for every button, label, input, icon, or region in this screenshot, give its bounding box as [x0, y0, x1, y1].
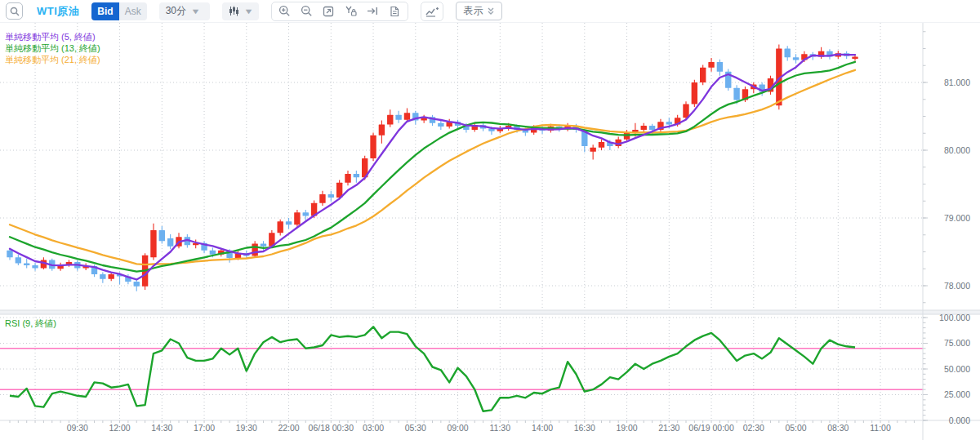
time-axis[interactable]	[0, 420, 980, 440]
chevron-down-icon: ▼	[243, 7, 253, 16]
fit-screen-button[interactable]	[318, 2, 340, 20]
chevron-down-icon: ▼	[190, 7, 200, 16]
document-button[interactable]	[384, 2, 406, 20]
search-button[interactable]	[6, 2, 23, 20]
chart-area: RSI (9, 終値)81.00080.00079.00078.000100.0…	[0, 23, 980, 440]
zoom-out-button[interactable]	[296, 2, 318, 20]
search-icon	[10, 7, 20, 16]
zoom-in-icon	[278, 5, 291, 17]
y-axis-lock-icon	[345, 6, 357, 17]
display-settings-label: 表示	[464, 4, 483, 18]
double-chevron-icon	[488, 7, 494, 16]
symbol-name: WTI原油	[37, 4, 79, 19]
timeframe-select[interactable]: 30分 ▼	[159, 2, 210, 20]
trading-chart-window: { "toolbar": { "symbol": "WTI原油", "bid_l…	[0, 0, 980, 440]
go-to-end-icon	[367, 6, 378, 16]
rsi-plot[interactable]	[0, 314, 923, 420]
y-axis-lock-button[interactable]	[340, 2, 362, 20]
add-indicator-icon	[425, 6, 439, 17]
chart-canvas: RSI (9, 終値)81.00080.00079.00078.000100.0…	[0, 23, 980, 440]
zoom-out-icon	[301, 5, 313, 17]
timeframe-value: 30分	[166, 4, 186, 18]
fit-screen-icon	[323, 6, 334, 17]
price-axis[interactable]	[923, 23, 980, 420]
document-icon	[390, 6, 399, 17]
chart-toolbar: WTI原油 Bid Ask 30分 ▼ ▼	[0, 0, 980, 23]
chart-type-select[interactable]: ▼	[222, 2, 259, 20]
bid-ask-toggle: Bid Ask	[91, 2, 146, 20]
bid-button[interactable]: Bid	[91, 2, 118, 20]
ask-button[interactable]: Ask	[119, 2, 147, 20]
candlestick-type-icon	[229, 6, 239, 16]
main-chart-plot[interactable]	[0, 23, 923, 310]
chart-tools-group	[271, 2, 408, 21]
panel-separator[interactable]	[0, 310, 980, 314]
display-settings-button[interactable]: 表示	[456, 2, 502, 20]
add-indicator-button[interactable]	[421, 2, 443, 21]
zoom-in-button[interactable]	[274, 2, 296, 20]
go-to-end-button[interactable]	[362, 2, 384, 20]
